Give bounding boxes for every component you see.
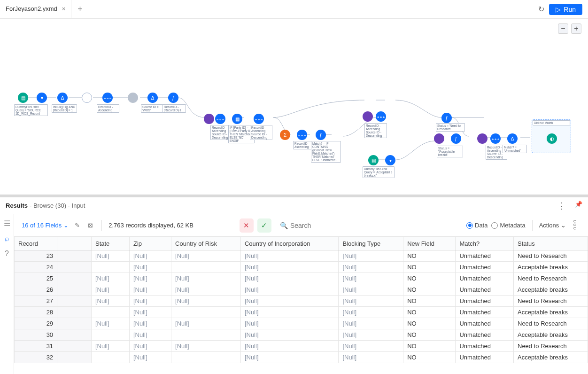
pin-icon[interactable]: 📌 [575,201,582,211]
tab-workflow[interactable]: ForJeyason2.yxmd × [0,0,71,18]
tool[interactable] [128,93,138,103]
filter-tool[interactable] [82,93,92,103]
results-sidebar: ☰ ⌕ ? [0,214,14,374]
search-input[interactable] [278,219,391,232]
node-label: Match? = IF CONTAINS ([Concat_New Field]… [311,141,341,163]
sort-tool[interactable]: ∘∘∘ [376,111,386,122]
records-summary: 2,763 records displayed, 62 KB [108,222,193,229]
table-row[interactable]: 24[Null][Null][Null]NOUnmatchedAcceptabl… [15,262,588,273]
col-status[interactable]: Status [514,237,588,250]
sort-tool[interactable]: ∘∘∘ [102,93,113,103]
formula-tool[interactable]: ƒ [316,130,326,140]
add-tab-button[interactable]: + [71,4,88,14]
col-match[interactable]: Match? [456,237,514,250]
node-label: RecordID - Ascending [97,104,119,113]
help-icon[interactable]: ? [5,249,9,258]
table-row[interactable]: 28[Null][Null][Null]NOUnmatchedAcceptabl… [15,307,588,318]
view-data-radio[interactable]: Data [466,222,487,229]
filter-invalid-button[interactable]: ✕ [240,218,254,233]
table-row[interactable]: 26[Null][Null][Null][Null][Null]NOUnmatc… [15,284,588,296]
results-subtitle: - Browse (30) - Input [30,202,85,209]
input-tool[interactable]: ▤ [368,155,379,165]
node-label: Match? = 'Unmatched' [503,145,527,153]
formula-tool[interactable]: Δ [507,133,518,144]
chevron-down-icon: ⌄ [561,222,566,229]
results-toolbar: 16 of 16 Fields ⌄ ✎ ⊠ 2,763 records disp… [14,214,588,237]
node-label: DummyFile2.xlsx Query = 'Acceptabl e bre… [363,166,395,178]
input-tool[interactable]: ▤ [18,93,28,103]
col-zip[interactable]: Zip [129,237,171,250]
table-row[interactable]: 29[Null][Null][Null][Null][Null]NOUnmatc… [15,318,588,329]
node-label: DummyFile1.xlsx Query = 'SOURCE 1D_WOS_R… [14,104,48,116]
kebab-icon[interactable]: ⋮ [557,201,566,211]
view-metadata-radio[interactable]: Metadata [491,222,525,229]
search-field[interactable]: 🔍 [278,219,391,232]
select-tool[interactable]: ▾ [385,155,395,165]
workflow-canvas[interactable]: − + ▤ ▾ DummyFile1.xlsx Query = 'SOURCE … [0,19,588,197]
table-row[interactable]: 27[Null][Null][Null][Null][Null]NOUnmatc… [15,296,588,307]
node-label: Status = '!Acceptable breaks' [437,146,463,157]
results-header: Results - Browse (30) - Input ⋮ 📌 [0,197,588,214]
run-label: Run [564,6,576,13]
table-header-row: Record State Zip Country of Risk Country… [15,237,588,250]
results-title: Results [6,202,28,209]
col-state[interactable]: State [92,237,130,250]
fields-label: 16 of 16 Fields [22,222,62,229]
workflow-connections [0,19,588,197]
sort-tool[interactable]: ∘∘∘ [490,133,501,144]
table-row[interactable]: 23[Null][Null][Null][Null][Null]NOUnmatc… [15,250,588,262]
fields-dropdown[interactable]: 16 of 16 Fields ⌄ [22,222,69,229]
close-icon[interactable]: × [62,5,66,12]
divider [532,220,533,231]
col-marker[interactable] [57,237,92,250]
results-table: Record State Zip Country of Risk Country… [14,237,588,363]
join-tool[interactable] [434,133,444,144]
play-icon: ▷ [556,6,561,13]
edit-icon[interactable]: ✎ [72,221,82,230]
node-label: RecordID - [RecordID]-1 [162,104,186,113]
formula-tool[interactable]: Δ [57,93,68,103]
summarize-tool[interactable]: Σ [280,130,290,140]
sort-tool[interactable]: ∘∘∘ [215,114,225,124]
sort-tool[interactable]: ∘∘∘ [254,114,264,124]
search-icon: 🔍 [280,222,288,229]
col-country-inc[interactable]: Country of Incorporation [240,237,339,250]
col-record[interactable]: Record [15,237,57,250]
history-icon[interactable]: ↻ [538,5,544,14]
browse-tool[interactable]: ◐ [547,133,557,144]
multi-row-tool[interactable]: ▦ [232,114,242,124]
join-tool[interactable] [204,114,214,124]
node-label: Status = 'Need to Research' [436,123,465,132]
node-label: Source ID = 'WOS' [141,104,164,113]
formula-tool[interactable]: Δ [147,93,158,103]
node-label: RecordID - Ascending Source ID - Descend… [364,123,387,138]
actions-dropdown[interactable]: Actions ⌄ [539,222,566,229]
tab-bar: ForJeyason2.yxmd × + ↻ ▷ Run [0,0,588,19]
table-row[interactable]: 31[Null][Null][Null][Null][Null]NOUnmatc… [15,341,588,352]
more-icon[interactable]: ooo [573,220,578,231]
join-tool[interactable] [363,111,373,122]
container-label: Did not Match [533,120,570,125]
filter-valid-button[interactable]: ✓ [257,218,271,233]
union-tool[interactable] [477,133,487,144]
divider [101,220,102,231]
col-country-risk[interactable]: Country of Risk [171,237,241,250]
results-table-wrap[interactable]: Record State Zip Country of Risk Country… [14,237,588,374]
deselect-icon[interactable]: ⊠ [85,221,95,230]
sort-tool[interactable]: ∘∘∘ [297,130,307,140]
run-button[interactable]: ▷ Run [549,4,582,15]
table-row[interactable]: 30[Null][Null][Null]NOUnmatchedAcceptabl… [15,329,588,341]
binoculars-icon[interactable]: ⌕ [5,234,9,243]
tab-label: ForJeyason2.yxmd [6,5,57,12]
formula-tool[interactable]: ƒ [451,133,461,144]
chevron-down-icon: ⌄ [63,222,69,229]
col-new-field[interactable]: New Field [403,237,456,250]
formula-tool[interactable]: ƒ [168,93,178,103]
formula-tool[interactable]: ƒ [441,113,452,123]
list-icon[interactable]: ☰ [4,219,10,228]
select-tool[interactable]: ▾ [37,93,47,103]
node-label: RecordID - Ascending Source ID - Descend… [250,125,272,140]
table-row[interactable]: 32[Null][Null][Null]NOUnmatchedAcceptabl… [15,352,588,363]
table-row[interactable]: 25[Null][Null][Null][Null][Null]NOUnmatc… [15,273,588,284]
col-blocking-type[interactable]: Blocking Type [339,237,403,250]
